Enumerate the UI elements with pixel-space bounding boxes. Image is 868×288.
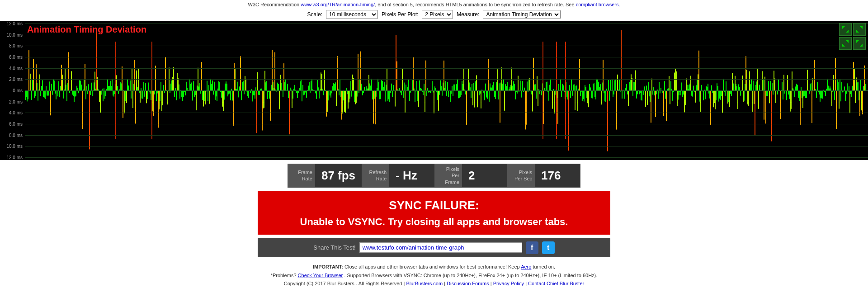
svg-rect-728 [683,90,684,94]
svg-rect-119 [132,90,133,108]
svg-rect-359 [349,90,350,99]
svg-rect-734 [689,85,689,90]
svg-rect-690 [649,90,650,96]
svg-rect-632 [596,79,597,90]
svg-rect-416 [401,90,402,95]
svg-rect-96 [112,79,113,90]
svg-rect-675 [635,71,636,90]
svg-rect-0 [25,90,26,100]
svg-rect-610 [576,85,577,90]
svg-rect-18 [41,86,42,90]
svg-rect-693 [651,79,652,90]
svg-rect-520 [495,90,496,99]
svg-rect-508 [484,90,485,100]
shrink-bl-button[interactable] [839,37,852,50]
pixels-per-frame-label: PixelsPer Frame [435,164,462,187]
svg-rect-92 [108,86,109,90]
svg-rect-504 [481,90,481,109]
svg-rect-754 [707,87,708,90]
svg-rect-887 [827,79,828,90]
svg-rect-182 [189,79,190,90]
svg-rect-837 [782,82,783,90]
scale-select[interactable]: 10 milliseconds 20 milliseconds 50 milli… [326,10,378,19]
pixels-per-sec-box: PixelsPer Sec 176 [508,164,580,188]
svg-rect-624 [589,84,590,90]
svg-rect-744 [698,74,698,90]
svg-rect-557 [528,79,529,90]
svg-rect-860 [802,90,803,108]
svg-rect-478 [457,79,458,90]
measure-select[interactable]: Animation Timing Deviation Frame Duratio… [483,10,561,19]
svg-rect-399 [386,85,387,90]
expand-tr-button[interactable] [853,23,866,36]
svg-rect-132 [144,90,145,97]
svg-rect-169 [178,78,179,90]
svg-rect-280 [278,84,279,90]
privacy-link[interactable]: Privacy Policy [493,281,524,286]
svg-rect-637 [601,90,602,104]
svg-rect-364 [354,90,355,102]
svg-rect-205 [210,79,211,90]
aero-link[interactable]: Aero [521,264,531,269]
svg-rect-34 [56,90,57,99]
svg-rect-633 [597,80,598,90]
svg-rect-244 [245,79,246,90]
svg-rect-208 [213,90,214,94]
svg-rect-288 [285,80,286,90]
svg-rect-396 [383,87,384,90]
svg-rect-406 [392,90,393,97]
pixels-per-plot-select[interactable]: 1 Pixel 2 Pixels 4 Pixels [422,10,453,19]
svg-rect-848 [792,71,793,90]
svg-rect-663 [624,90,625,99]
svg-rect-799 [747,90,748,104]
svg-rect-237 [239,86,240,90]
blurbusters-link[interactable]: BlurBusters.com [406,281,443,286]
svg-rect-421 [406,85,406,90]
svg-rect-839 [783,75,784,90]
svg-rect-858 [801,87,802,90]
svg-rect-283 [281,83,282,90]
svg-rect-142 [153,90,154,116]
svg-rect-219 [223,90,224,111]
svg-rect-544 [517,90,518,94]
svg-rect-82 [99,90,100,102]
svg-rect-401 [387,90,388,101]
svg-rect-459 [440,80,441,90]
forums-link[interactable]: Discussion Forums [447,281,489,286]
contact-chief-blur-buster-link[interactable]: Contact Chief Blur Buster [528,281,584,286]
svg-rect-499 [476,76,477,90]
w3c-link[interactable]: www.w3.org/TR/animation-timing/ [301,2,375,7]
check-browser-link[interactable]: Check Your Browser [298,273,343,278]
svg-rect-281 [279,90,280,109]
svg-rect-868 [810,84,811,90]
expand-tl-button[interactable] [839,23,852,36]
svg-rect-453 [434,86,435,90]
svg-rect-879 [820,90,821,102]
svg-rect-605 [572,90,573,96]
svg-rect-230 [233,90,234,126]
svg-rect-566 [537,76,538,90]
svg-rect-103 [118,90,119,94]
svg-rect-391 [378,82,379,90]
svg-rect-812 [759,85,760,90]
svg-rect-197 [203,90,204,106]
svg-rect-706 [663,90,664,116]
svg-rect-795 [744,90,745,101]
svg-rect-377 [366,86,367,90]
share-url-input[interactable] [359,242,522,253]
facebook-share-button[interactable]: f [526,241,538,254]
svg-rect-906 [844,86,845,90]
svg-rect-829 [774,78,775,90]
svg-rect-899 [838,82,839,90]
shrink-br-button[interactable] [853,37,866,50]
sync-failure-line2: Unable to VSYNC. Try closing all apps an… [267,214,601,229]
svg-rect-855 [798,90,799,98]
svg-rect-341 [333,83,334,90]
svg-rect-125 [138,69,139,90]
compliant-browsers-link[interactable]: compliant browsers [576,2,619,7]
svg-rect-738 [692,90,693,97]
twitter-share-button[interactable]: t [542,241,555,254]
svg-rect-466 [446,90,447,96]
svg-rect-463 [443,61,444,90]
svg-rect-602 [569,85,570,90]
